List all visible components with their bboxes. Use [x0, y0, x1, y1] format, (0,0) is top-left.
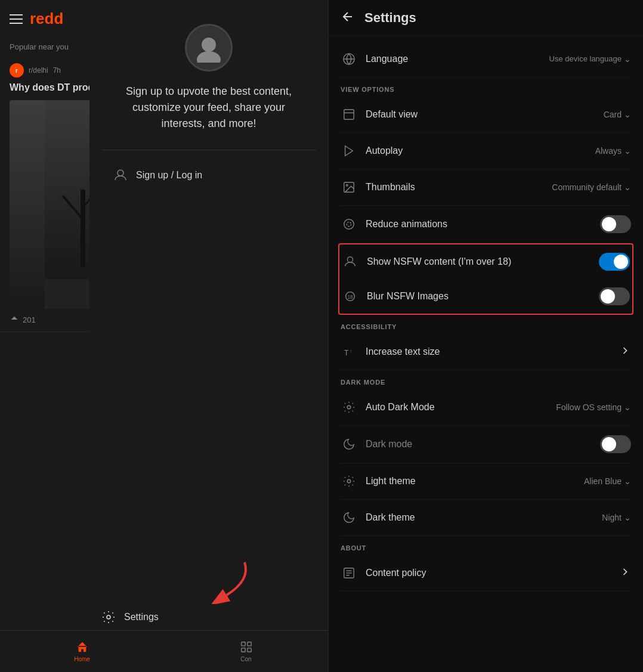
- dark-mode-section-label: DARK MODE: [341, 370, 631, 389]
- autoplay-row[interactable]: Autoplay Always ⌄: [341, 133, 631, 169]
- light-theme-value-text: Alien Blue: [584, 476, 622, 486]
- increase-text-size-label: Increase text size: [366, 346, 440, 357]
- increase-text-size-arrow: [619, 345, 631, 360]
- blur-nsfw-icon: 18: [342, 288, 358, 305]
- autoplay-chevron-icon: ⌄: [624, 146, 631, 156]
- vote-count: 201: [23, 315, 36, 324]
- svg-marker-27: [345, 146, 353, 156]
- thumbnails-icon: [341, 179, 357, 196]
- hamburger-icon[interactable]: [10, 14, 23, 24]
- thumbnails-value: Community default ⌄: [552, 182, 631, 192]
- about-section-label: ABOUT: [341, 536, 631, 555]
- nav-communities-label: Con: [240, 656, 251, 662]
- nav-home-label: Home: [74, 656, 90, 662]
- reduce-animations-row[interactable]: Reduce animations: [341, 206, 631, 243]
- red-arrow-indicator: [209, 556, 256, 606]
- auto-dark-mode-value-text: Follow OS setting: [556, 402, 622, 412]
- back-button[interactable]: [341, 10, 355, 26]
- avatar-circle: [185, 24, 233, 72]
- content-policy-row[interactable]: Content policy: [341, 555, 631, 592]
- language-icon: [341, 51, 357, 67]
- blur-nsfw-toggle[interactable]: [599, 287, 630, 305]
- default-view-row[interactable]: Default view Card ⌄: [341, 97, 631, 133]
- settings-panel: Settings Language Use device language ⌄: [328, 0, 643, 672]
- language-value: Use device language ⌄: [549, 54, 631, 64]
- show-nsfw-icon: [342, 253, 358, 270]
- post-subreddit: r/delhi: [29, 66, 48, 75]
- svg-rect-24: [247, 648, 251, 652]
- svg-rect-23: [241, 648, 245, 652]
- view-options-label: VIEW OPTIONS: [341, 78, 631, 97]
- dark-theme-value: Night ⌄: [602, 513, 631, 522]
- svg-point-19: [107, 615, 110, 619]
- dark-theme-icon: [341, 509, 357, 526]
- increase-text-size-icon: T ↑: [341, 343, 357, 360]
- default-view-value-text: Card: [604, 110, 622, 119]
- thumbnails-value-text: Community default: [552, 182, 622, 192]
- svg-text:18: 18: [347, 295, 353, 300]
- light-theme-row[interactable]: Light theme Alien Blue ⌄: [341, 463, 631, 500]
- language-chevron-icon: ⌄: [624, 54, 631, 64]
- auto-dark-mode-value: Follow OS setting ⌄: [556, 402, 631, 412]
- dark-theme-label: Dark theme: [366, 512, 415, 523]
- nav-home[interactable]: Home: [0, 640, 164, 662]
- default-view-label: Default view: [366, 109, 418, 120]
- dark-mode-toggle-row[interactable]: Dark mode: [341, 426, 631, 463]
- blur-nsfw-label: Blur NSFW Images: [367, 291, 449, 302]
- signup-text: Sign up to upvote the best content, cust…: [119, 83, 298, 132]
- svg-text:T: T: [344, 348, 349, 357]
- dark-mode-toggle[interactable]: [600, 435, 631, 453]
- blur-nsfw-row[interactable]: 18 Blur NSFW Images: [342, 279, 630, 314]
- reduce-animations-icon: [341, 216, 357, 233]
- svg-point-31: [347, 222, 351, 226]
- nsfw-highlight-box: Show NSFW content (I'm over 18) 18 Blur …: [338, 243, 633, 315]
- nav-communities[interactable]: Con: [164, 640, 328, 662]
- auto-dark-mode-row[interactable]: Auto Dark Mode Follow OS setting ⌄: [341, 389, 631, 426]
- app-logo: redd: [30, 10, 63, 28]
- language-value-text: Use device language: [549, 54, 622, 64]
- show-nsfw-toggle[interactable]: [599, 253, 630, 271]
- avatar: r: [10, 63, 24, 78]
- settings-drawer-button[interactable]: Settings: [101, 610, 159, 624]
- dark-theme-value-text: Night: [602, 513, 622, 522]
- svg-point-37: [347, 405, 351, 409]
- settings-title: Settings: [364, 10, 416, 26]
- bottom-nav: Home Con: [0, 630, 328, 672]
- svg-point-18: [118, 170, 123, 176]
- show-nsfw-row[interactable]: Show NSFW content (I'm over 18): [342, 244, 630, 279]
- light-theme-chevron-icon: ⌄: [624, 476, 631, 486]
- signup-login-button[interactable]: Sign up / Log in: [101, 162, 316, 188]
- settings-header: Settings: [329, 0, 643, 36]
- light-theme-label: Light theme: [366, 476, 416, 487]
- svg-point-30: [344, 219, 354, 230]
- autoplay-value-text: Always: [595, 146, 622, 156]
- settings-content: Language Use device language ⌄ VIEW OPTI…: [329, 36, 643, 592]
- signup-login-label: Sign up / Log in: [136, 170, 202, 181]
- language-row[interactable]: Language Use device language ⌄: [341, 41, 631, 78]
- reduce-animations-label: Reduce animations: [366, 219, 447, 230]
- svg-text:↑: ↑: [350, 349, 352, 354]
- dark-mode-label: Dark mode: [366, 439, 412, 450]
- auto-dark-mode-chevron-icon: ⌄: [624, 402, 631, 412]
- reduce-animations-toggle[interactable]: [600, 215, 631, 233]
- content-policy-label: Content policy: [366, 568, 426, 578]
- content-policy-arrow: [619, 566, 631, 581]
- thumbnails-row[interactable]: Thumbnails Community default ⌄: [341, 169, 631, 206]
- upvote-btn[interactable]: 201: [10, 315, 36, 324]
- increase-text-size-row[interactable]: T ↑ Increase text size: [341, 334, 631, 370]
- dark-mode-icon: [341, 436, 357, 453]
- autoplay-value: Always ⌄: [595, 146, 631, 156]
- auto-dark-mode-icon: [341, 399, 357, 416]
- thumbnails-label: Thumbnails: [366, 182, 415, 193]
- autoplay-label: Autoplay: [366, 145, 403, 156]
- dark-theme-chevron-icon: ⌄: [624, 513, 631, 522]
- svg-point-16: [202, 38, 216, 52]
- default-view-icon: [341, 106, 357, 123]
- svg-point-32: [347, 257, 353, 262]
- divider: [101, 150, 316, 150]
- svg-rect-22: [247, 642, 251, 646]
- dark-theme-row[interactable]: Dark theme Night ⌄: [341, 500, 631, 536]
- settings-drawer-label: Settings: [124, 612, 159, 623]
- auto-dark-mode-label: Auto Dark Mode: [366, 402, 435, 413]
- svg-rect-25: [344, 110, 354, 120]
